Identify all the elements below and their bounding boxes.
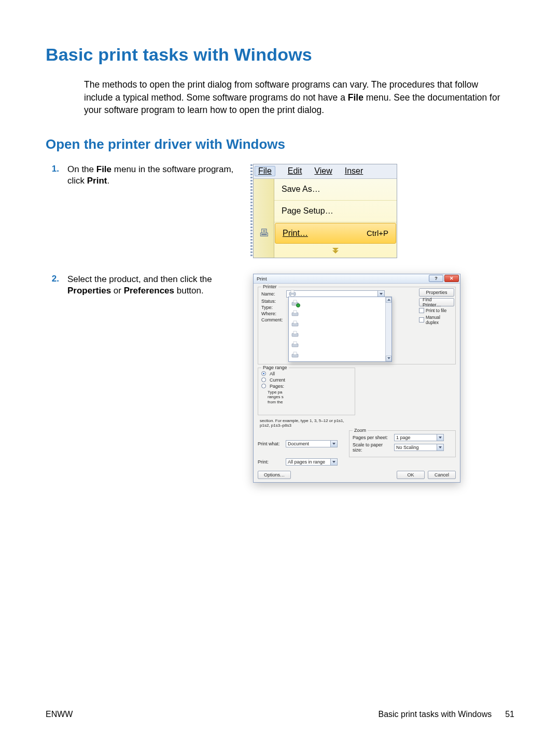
dialog-button-bar: Options… OK Cancel [254, 469, 460, 482]
menu-bar: File Edit View Inser [254, 164, 397, 179]
printer-list-item[interactable] [290, 319, 390, 329]
svg-rect-10 [293, 331, 297, 334]
intro-paragraph: The methods to open the print dialog fro… [84, 78, 504, 117]
group-title-zoom: Zoom [353, 428, 368, 433]
printer-list-item[interactable] [290, 340, 390, 350]
printer-list-item[interactable] [290, 329, 390, 340]
group-page-range: Page range All Current Pages: Type pa ra… [258, 368, 355, 415]
menu-expand[interactable] [274, 244, 397, 258]
ok-button[interactable]: OK [397, 471, 425, 479]
svg-rect-12 [293, 342, 297, 344]
menu-icon-column: 🖶 [254, 179, 274, 258]
chevron-down-icon [332, 248, 339, 254]
label-name: Name: [261, 291, 284, 297]
group-title-printer: Printer [261, 284, 278, 289]
step-number: 2. [46, 274, 67, 284]
scroll-down-icon[interactable] [386, 356, 391, 361]
pages-per-sheet-select[interactable]: 1 page [394, 434, 444, 441]
menu-item-print[interactable]: Print… Ctrl+P [275, 223, 396, 244]
group-zoom: Zoom Pages per sheet: 1 page Scale to pa… [349, 430, 456, 457]
group-title-page-range: Page range [261, 365, 289, 370]
scale-select[interactable]: No Scaling [394, 444, 444, 451]
page-title: Basic print tasks with Windows [46, 45, 514, 65]
footer-right-text: Basic print tasks with Windows [378, 710, 492, 719]
page-footer: ENWW Basic print tasks with Windows 51 [46, 710, 514, 719]
options-button[interactable]: Options… [258, 471, 291, 479]
intro-file: File [348, 92, 363, 103]
svg-rect-4 [293, 300, 297, 303]
menu-file[interactable]: File [255, 166, 275, 176]
radio-all[interactable]: All [261, 371, 352, 376]
group-printer: Printer Name: Status: Type: [258, 287, 456, 364]
label-print-what: Print what: [258, 441, 284, 446]
label-comment: Comment: [261, 317, 284, 322]
dropdown-arrow-icon [437, 444, 443, 451]
scrollbar[interactable] [385, 297, 391, 361]
print-shortcut: Ctrl+P [367, 229, 388, 237]
print-pages-select[interactable]: All pages in range [286, 458, 338, 466]
printer-dropdown-list[interactable] [288, 297, 392, 362]
figure-print-dialog: Print ? ✕ Printer Name: [253, 274, 460, 483]
close-button[interactable]: ✕ [444, 275, 459, 282]
svg-rect-8 [293, 321, 297, 324]
properties-button[interactable]: Properties [419, 288, 454, 297]
range-hint: Type pa ranges s from the [268, 390, 352, 405]
step-1: 1. On the File menu in the software prog… [46, 164, 514, 258]
label-print: Print: [258, 459, 284, 465]
menu-item-page-setup[interactable]: Page Setup… [274, 201, 397, 222]
printer-icon: 🖶 [259, 227, 269, 239]
figure-file-menu: File Edit View Inser 🖶 Save As… [253, 164, 397, 258]
step-text: Select the product, and then click the P… [67, 274, 253, 298]
footer-page-number: 51 [505, 710, 514, 719]
section-heading: Open the printer driver with Windows [46, 136, 514, 152]
dropdown-arrow-icon [330, 459, 337, 465]
label-status: Status: [261, 299, 284, 304]
range-hint-tail: section. For example, type 1, 3, 5–12 or… [260, 418, 355, 428]
printer-list-item[interactable] [290, 298, 390, 308]
dropdown-arrow-icon [330, 441, 337, 447]
svg-rect-6 [293, 311, 297, 313]
dialog-title: Print [257, 276, 267, 282]
menu-view[interactable]: View [314, 166, 332, 176]
printer-list-item[interactable] [290, 350, 390, 360]
menu-insert[interactable]: Inser [345, 166, 363, 176]
cancel-button[interactable]: Cancel [428, 471, 456, 479]
help-button[interactable]: ? [429, 275, 443, 282]
print-to-file-checkbox[interactable]: Print to file [419, 308, 454, 313]
find-printer-button[interactable]: Find Printer… [419, 298, 454, 306]
dropdown-arrow-icon [437, 434, 443, 441]
menu-item-save-as[interactable]: Save As… [274, 179, 397, 201]
label-pages-per-sheet: Pages per sheet: [353, 435, 392, 440]
footer-left: ENWW [46, 710, 73, 719]
dialog-titlebar: Print ? ✕ [254, 274, 460, 284]
label-scale: Scale to paper size: [353, 442, 392, 453]
svg-rect-14 [293, 352, 297, 355]
label-where: Where: [261, 311, 284, 316]
print-what-select[interactable]: Document [286, 440, 338, 447]
step-number: 1. [46, 164, 67, 174]
menu-edit[interactable]: Edit [288, 166, 302, 176]
radio-current[interactable]: Current [261, 377, 352, 383]
label-type: Type: [261, 305, 284, 310]
printer-list-item[interactable] [290, 308, 390, 319]
svg-rect-1 [291, 290, 294, 293]
manual-duplex-checkbox[interactable]: Manual duplex [419, 315, 454, 325]
step-text: On the File menu in the software program… [67, 164, 253, 188]
step-2: 2. Select the product, and then click th… [46, 274, 514, 483]
radio-pages[interactable]: Pages: [261, 384, 352, 389]
scroll-up-icon[interactable] [386, 297, 391, 303]
